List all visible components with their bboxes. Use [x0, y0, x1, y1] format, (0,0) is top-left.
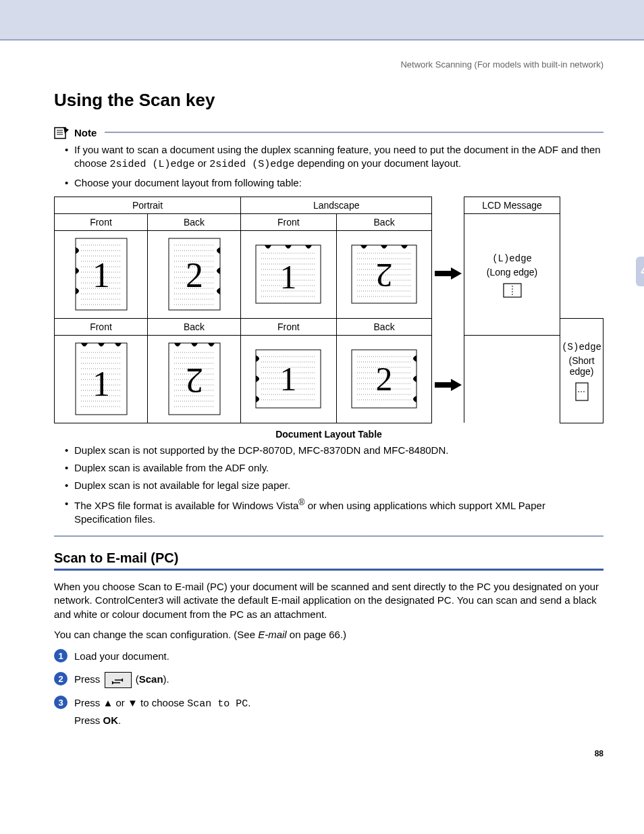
step-3: 3 Press ▲ or ▼ to choose Scan to PC. Pre… — [54, 695, 603, 729]
s3-code: Scan to PC — [187, 698, 248, 710]
cell-portrait-back-1: 2 — [148, 230, 241, 318]
cell-landscape-back-1: 2 — [336, 230, 432, 318]
th-back: Back — [148, 318, 241, 335]
lcd-code: (S)edge — [562, 342, 601, 353]
th-back: Back — [336, 213, 432, 230]
cell-portrait-back-2: 2 — [148, 335, 241, 423]
note-bullet-2: Choose your document layout from followi… — [65, 176, 603, 190]
page-number: 88 — [54, 749, 603, 758]
step-2: 2 Press (Scan). — [54, 671, 603, 688]
section-title: Scan to E-mail (PC) — [54, 550, 603, 566]
svg-text:2: 2 — [186, 256, 203, 294]
svg-text:1: 1 — [280, 258, 297, 296]
svg-text:1: 1 — [92, 365, 110, 403]
post-bullet-3: Duplex scan is not available for legal s… — [65, 479, 603, 492]
svg-text:2: 2 — [186, 361, 203, 400]
page-title: Using the Scan key — [54, 90, 603, 111]
cell-portrait-front-1: 1 — [55, 230, 148, 318]
note-text: depending on your document layout. — [294, 157, 461, 169]
p2-link: E-mail — [258, 629, 287, 640]
section-paragraph-1: When you choose Scan to E-mail (PC) your… — [54, 580, 603, 621]
chapter-tab: 4 — [636, 257, 644, 286]
lcd-cell-short: (S)edge (Short edge) — [560, 318, 603, 423]
scan-label: Scan — [139, 673, 163, 685]
th-portrait: Portrait — [55, 197, 241, 213]
cell-landscape-front-1: 1 — [241, 230, 337, 318]
th-front: Front — [55, 213, 148, 230]
lcd-text: (Short edge) — [562, 355, 601, 377]
note-code-1: 2sided (L)edge — [110, 159, 195, 170]
lcd-cell-long: (L)edge (Long edge) — [464, 213, 560, 335]
registered-symbol: ® — [298, 498, 304, 507]
note-bullet-1: If you want to scan a document using the… — [65, 143, 603, 172]
section-paragraph-2: You can change the scan configuration. (… — [54, 628, 603, 642]
section-underline — [54, 569, 603, 571]
post-bullet-2: Duplex scan is available from the ADF on… — [65, 461, 603, 475]
section-divider — [54, 536, 603, 537]
th-lcd: LCD Message — [464, 197, 560, 213]
svg-text:1: 1 — [92, 256, 110, 294]
svg-rect-0 — [55, 128, 65, 138]
cell-portrait-front-2: 1 — [55, 335, 148, 423]
cell-landscape-back-2: 2 — [336, 335, 432, 423]
step-number-icon: 1 — [54, 649, 68, 662]
s3-post: . — [248, 697, 250, 708]
th-back: Back — [336, 318, 432, 335]
ok-label: OK — [103, 714, 119, 726]
th-back: Back — [148, 213, 241, 230]
th-landscape: Landscape — [241, 197, 432, 213]
xps-text-pre: The XPS file format is available for Win… — [74, 500, 298, 511]
note-icon — [54, 126, 70, 139]
s3-line2-pre: Press — [74, 714, 103, 726]
step-number-icon: 2 — [54, 672, 68, 685]
th-front: Front — [55, 318, 148, 335]
step-text: Press ▲ or ▼ to choose Scan to PC. Press… — [74, 695, 250, 729]
table-caption: Document Layout Table — [54, 429, 603, 440]
s3-pre: Press ▲ or ▼ to choose — [74, 697, 187, 708]
layout-table-wrap: Portrait Landscape LCD Message Front Bac… — [54, 197, 603, 423]
short-edge-icon — [575, 382, 589, 401]
p2-pre: You can change the scan configuration. (… — [54, 629, 258, 640]
arrow-right-icon — [435, 267, 462, 280]
lcd-code: (L)edge — [466, 253, 558, 264]
breadcrumb: Network Scanning (For models with built-… — [54, 59, 603, 70]
cell-landscape-front-2: 1 — [241, 335, 337, 423]
svg-text:2: 2 — [376, 360, 393, 398]
step-text: Load your document. — [74, 648, 169, 664]
s3-line2-post: . — [118, 714, 121, 726]
note-label: Note — [74, 127, 97, 138]
th-front: Front — [241, 213, 337, 230]
p2-post: on page 66.) — [287, 629, 346, 640]
layout-table: Portrait Landscape LCD Message Front Bac… — [54, 197, 603, 423]
step-number-icon: 3 — [54, 696, 68, 709]
top-bar — [0, 0, 644, 41]
svg-text:2: 2 — [376, 257, 393, 294]
th-front: Front — [241, 318, 337, 335]
note-rule — [105, 132, 603, 133]
note-text: or — [195, 157, 210, 169]
step-1: 1 Load your document. — [54, 648, 603, 664]
s2-pre: Press — [74, 673, 103, 685]
note-code-2: 2sided (S)edge — [209, 159, 294, 170]
long-edge-icon — [503, 283, 522, 298]
post-bullet-4: The XPS file format is available for Win… — [65, 497, 603, 527]
post-bullet-1: Duplex scan is not supported by the DCP-… — [65, 444, 603, 457]
lcd-text: (Long edge) — [466, 267, 558, 278]
step-text: Press (Scan). — [74, 671, 169, 688]
scan-button-icon — [105, 672, 132, 688]
svg-text:1: 1 — [280, 360, 297, 398]
arrow-right-icon — [435, 379, 462, 391]
